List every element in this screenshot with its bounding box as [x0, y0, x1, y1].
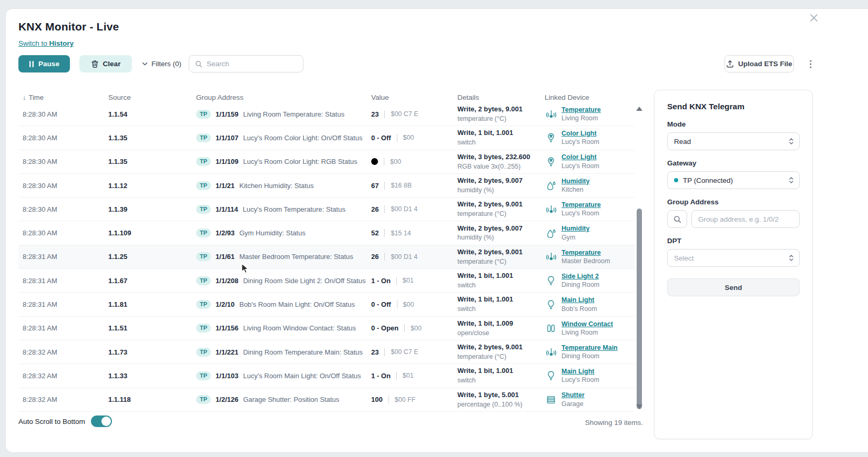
row-source: 1.1.35 [108, 134, 196, 142]
detail-type: temperature (°C) [457, 210, 545, 218]
row-value: 1 - On [371, 277, 391, 285]
send-telegram-panel: Send KNX Telegram Mode Read Gateway TP (… [654, 90, 813, 439]
group-address-name: Gym Humidity: Status [239, 229, 305, 237]
row-hex-value: $16 8B [391, 182, 412, 189]
row-source: 1.1.118 [108, 396, 196, 403]
row-value: 67 [371, 182, 379, 190]
detail-dpt: Write, 2 bytes, 9.001 [457, 248, 545, 257]
close-icon[interactable] [805, 9, 823, 27]
detail-type: open/close [457, 329, 545, 337]
row-time: 8:28:30 AM [18, 182, 108, 190]
value-divider [384, 253, 385, 261]
pause-button[interactable]: Pause [18, 55, 70, 72]
table-row: 8:28:30 AM 1.1.35 TP 1/1/109 Lucy's Room… [18, 150, 635, 174]
table-row: 8:28:32 AM 1.1.33 TP 1/1/103 Lucy's Room… [18, 364, 635, 388]
group-address-name: Dining Room Side Light 2: On/Off Status [243, 277, 365, 285]
device-link[interactable]: Color Light [561, 129, 599, 138]
row-hex-value: $00 D1 4 [391, 205, 417, 213]
table-row: 8:28:31 AM 1.1.25 TP 1/1/61 Master Bedro… [18, 245, 635, 269]
group-address: 1/1/221 [216, 348, 238, 356]
group-address-input[interactable] [691, 210, 800, 228]
value-divider [389, 396, 389, 403]
medium-badge: TP [196, 348, 211, 357]
column-header-source[interactable]: Source [108, 94, 196, 101]
device-link[interactable]: Humidity [561, 177, 589, 185]
row-hex-value: $00 [411, 325, 422, 332]
temperature-icon [545, 108, 557, 120]
row-source: 1.1.73 [108, 348, 196, 356]
column-header-linked-device[interactable]: Linked Device [545, 94, 635, 101]
mode-select[interactable]: Read [667, 132, 800, 150]
value-divider [384, 158, 384, 165]
value-divider [384, 205, 385, 213]
row-value: 23 [371, 110, 379, 118]
kebab-menu-icon[interactable] [804, 57, 818, 71]
value-divider [404, 324, 405, 332]
group-address-name: Lucy's Room Temperature: Status [243, 205, 345, 213]
medium-badge: TP [196, 300, 211, 309]
scrollbar-down-arrow[interactable] [636, 404, 642, 409]
dpt-select[interactable]: Select [667, 249, 800, 267]
value-divider [397, 134, 397, 142]
row-value: 0 - Open [371, 324, 399, 332]
filters-dropdown[interactable]: Filters (0) [141, 55, 181, 72]
row-hex-value: $00 D1 4 [391, 253, 417, 261]
upload-ets-button[interactable]: Upload ETS File [724, 55, 794, 72]
clear-button[interactable]: Clear [79, 55, 132, 72]
row-hex-value: $00 [403, 301, 414, 308]
device-link[interactable]: Temperature [561, 106, 601, 114]
chevron-down-icon [141, 60, 148, 67]
device-link[interactable]: Color Light [561, 153, 599, 161]
detail-dpt: Write, 1 bit, 1.001 [457, 272, 545, 281]
search-input[interactable] [207, 60, 297, 68]
row-hex-value: $01 [403, 372, 414, 379]
row-time: 8:28:30 AM [18, 158, 108, 165]
device-link[interactable]: Humidity [561, 224, 589, 233]
detail-type: switch [457, 376, 545, 385]
device-link[interactable]: Main Light [561, 296, 597, 304]
gateway-select[interactable]: TP (Connected) [667, 171, 800, 189]
scrollbar-thumb[interactable] [637, 209, 642, 409]
table-row: 8:28:30 AM 1.1.39 TP 1/1/114 Lucy's Room… [18, 198, 635, 221]
detail-type: switch [457, 305, 545, 313]
column-header-details[interactable]: Details [457, 94, 545, 101]
table-row: 8:28:30 AM 1.1.35 TP 1/1/107 Lucy's Room… [18, 126, 635, 150]
row-value: 23 [371, 348, 379, 356]
device-link[interactable]: Main Light [561, 367, 599, 376]
humidity-icon [545, 227, 557, 240]
column-header-value[interactable]: Value [371, 94, 457, 101]
scrollbar-up-arrow[interactable] [636, 107, 642, 111]
column-header-time[interactable]: ↓ Time [18, 94, 108, 101]
device-link[interactable]: Temperature Main [561, 344, 618, 352]
page-title: KNX Monitor - Live [18, 20, 119, 33]
medium-badge: TP [196, 181, 211, 190]
mode-value: Read [674, 138, 691, 146]
group-address-name: Master Bedroom Temperature: Status [239, 253, 353, 261]
row-value: 0 - Off [371, 300, 391, 308]
clear-button-label: Clear [103, 60, 121, 68]
device-room: Lucy's Room [561, 376, 599, 384]
detail-dpt: Write, 1 byte, 5.001 [457, 391, 545, 400]
row-hex-value: $15 14 [391, 230, 411, 237]
switch-to-history-link[interactable]: Switch to History [18, 39, 74, 47]
group-address: 1/1/156 [216, 324, 238, 332]
group-address: 1/2/93 [216, 229, 234, 237]
group-address: 1/2/126 [216, 396, 238, 403]
light-icon [545, 274, 557, 287]
table-row: 8:28:32 AM 1.1.118 TP 1/2/126 Garage Shu… [18, 388, 635, 412]
device-link[interactable]: Temperature [561, 248, 610, 257]
group-address: 1/1/208 [216, 277, 238, 285]
select-chevrons-icon [788, 138, 794, 145]
device-link[interactable]: Window Contact [561, 320, 613, 328]
detail-dpt: Write, 1 bit, 1.001 [457, 367, 545, 376]
device-link[interactable]: Shutter [561, 391, 585, 399]
device-link[interactable]: Temperature [561, 201, 601, 209]
detail-dpt: Write, 2 bytes, 9.001 [457, 105, 545, 114]
color-light-icon [545, 131, 557, 144]
row-source: 1.1.109 [108, 229, 196, 237]
group-address-search-button[interactable] [667, 210, 687, 228]
device-room: Garage [561, 400, 585, 408]
send-button[interactable]: Send [667, 278, 800, 296]
column-header-group-address[interactable]: Group Address [196, 94, 371, 101]
device-link[interactable]: Side Light 2 [561, 272, 599, 281]
